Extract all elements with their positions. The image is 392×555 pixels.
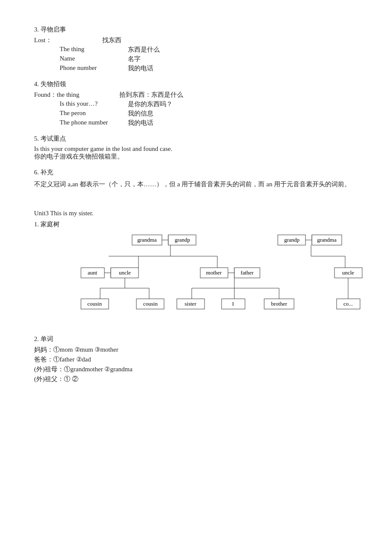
name-row: Name 名字 xyxy=(60,55,358,63)
vocab-row-1: 妈妈：①mom ②mum ③mother xyxy=(34,346,358,354)
cousin-left1-label: cousin xyxy=(87,301,102,307)
phone2-value: 我的电话 xyxy=(128,119,153,127)
name-value: 名字 xyxy=(128,55,141,63)
family-tree: grandma grandp grandp grandma xyxy=(34,233,366,327)
phone2-label: The phone number xyxy=(60,119,128,127)
section-4-title: 4. 失物招领 xyxy=(34,80,358,88)
section-3-details: The thing 东西是什么 Name 名字 Phone number 我的电… xyxy=(60,46,358,72)
brother-label: brother xyxy=(271,301,287,307)
section-5-line2: 你的电子游戏在失物招领箱里。 xyxy=(34,153,358,161)
father-label: father xyxy=(241,269,254,276)
lost-label: Lost： xyxy=(34,36,102,44)
peron-label: The peron xyxy=(60,110,128,118)
vocab-row-3: (外)祖母：①grandmother ②grandma xyxy=(34,365,358,373)
vocab-row-4: (外)祖父：① ② xyxy=(34,375,358,383)
phone-label: Phone number xyxy=(60,64,128,72)
sister-label: sister xyxy=(184,301,196,307)
cousin-right-label: co... xyxy=(343,301,353,307)
unit3-title: Unit3 This is my sister. xyxy=(34,210,358,217)
isthis-label: Is this your…? xyxy=(60,100,128,108)
lost-value: 找东西 xyxy=(102,36,121,44)
phone-value: 我的电话 xyxy=(128,64,153,72)
uncle-right-label: uncle xyxy=(342,269,354,276)
found-label: Found：the thing xyxy=(34,91,119,99)
grandma-left-label: grandma xyxy=(137,237,157,243)
section-4: 4. 失物招领 Found：the thing 拾到东西：东西是什么 Is th… xyxy=(34,80,358,127)
unit3-section: Unit3 This is my sister. 1. 家庭树 grandma … xyxy=(34,210,358,383)
vocab-title: 2. 单词 xyxy=(34,335,358,343)
family-tree-title: 1. 家庭树 xyxy=(34,220,358,228)
section-3-title: 3. 寻物启事 xyxy=(34,26,358,34)
isthis-row: Is this your…? 是你的东西吗？ xyxy=(60,100,358,108)
vocab-row-2: 爸爸：①father ②dad xyxy=(34,356,358,364)
family-tree-svg: grandma grandp grandp grandma xyxy=(34,233,366,327)
vocab-section: 2. 单词 妈妈：①mom ②mum ③mother 爸爸：①father ②d… xyxy=(34,335,358,383)
grandma-right-label: grandma xyxy=(317,237,337,243)
lost-row: Lost： 找东西 xyxy=(34,36,358,44)
found-value: 拾到东西：东西是什么 xyxy=(119,91,183,99)
mother-label: mother xyxy=(206,269,222,276)
uncle-left-label: uncle xyxy=(119,269,131,276)
found-row: Found：the thing 拾到东西：东西是什么 xyxy=(34,91,358,99)
grandp-left-label: grandp xyxy=(175,237,190,243)
thing-row: The thing 东西是什么 xyxy=(60,46,358,54)
thing-label: The thing xyxy=(60,46,128,54)
aunt-label: aunt xyxy=(88,269,98,276)
section-4-details: Is this your…? 是你的东西吗？ The peron 我的信息 Th… xyxy=(60,100,358,127)
i-label: I xyxy=(232,301,234,307)
peron-row: The peron 我的信息 xyxy=(60,110,358,118)
grandp-right-label: grandp xyxy=(284,237,300,243)
phone2-row: The phone number 我的电话 xyxy=(60,119,358,127)
peron-value: 我的信息 xyxy=(128,110,153,118)
phone-row: Phone number 我的电话 xyxy=(60,64,358,72)
section-6: 6. 补充 不定义冠词 a,an 都表示一（个，只，本……），但 a 用于辅音音… xyxy=(34,168,358,189)
section-5: 5. 考试重点 Is this your computer game in th… xyxy=(34,135,358,161)
name-label: Name xyxy=(60,55,128,63)
section-6-content: 不定义冠词 a,an 都表示一（个，只，本……），但 a 用于辅音音素开头的词前… xyxy=(34,179,358,189)
section-3: 3. 寻物启事 Lost： 找东西 The thing 东西是什么 Name 名… xyxy=(34,26,358,72)
thing-value: 东西是什么 xyxy=(128,46,160,54)
cousin-left2-label: cousin xyxy=(143,301,158,307)
section-6-title: 6. 补充 xyxy=(34,168,358,176)
section-5-title: 5. 考试重点 xyxy=(34,135,358,143)
isthis-value: 是你的东西吗？ xyxy=(128,100,173,108)
section-5-line1: Is this your computer game in the lost a… xyxy=(34,145,358,153)
